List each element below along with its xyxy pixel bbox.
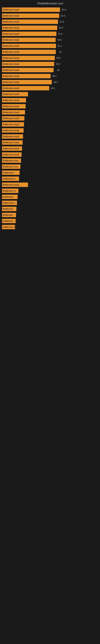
- bar-label: Bottleneck result: [2, 69, 19, 71]
- bar-row: Bottleneck result48.1: [2, 85, 98, 91]
- bar-row: Bottleneck result51.2: [2, 31, 98, 37]
- bar-row: Bottleneck result: [2, 116, 98, 121]
- bar-value: 48.1: [51, 87, 55, 89]
- bar-value: 51.8: [60, 20, 64, 23]
- bar-row: Bottleneck result: [2, 98, 98, 103]
- bar-label: Bottleneck result: [2, 8, 19, 11]
- bar-label: Bottleneck result: [2, 20, 19, 23]
- bar-row: Bottleneck result: [2, 152, 98, 158]
- bar-value: 50.9: [57, 39, 62, 41]
- bar-label: Bottleneck: [2, 220, 13, 222]
- bar-label: Bottleneck result: [2, 117, 19, 120]
- bar-row: Bottleneck re: [2, 188, 98, 194]
- bar-row: Bottleneck resu: [2, 164, 98, 170]
- bar-row: Bottleneck result52.6: [2, 7, 98, 12]
- bar-label: Bottleneck result: [2, 32, 19, 35]
- bar-label: Bottleneck re: [2, 178, 16, 180]
- bar-value: 52.6: [62, 8, 66, 11]
- bar-value: 51: [59, 51, 62, 53]
- bar-row: Bottleneck result52.3: [2, 13, 98, 18]
- bar-row: Bottleneck result: [2, 146, 98, 151]
- bar-label: Bottleneck: [2, 214, 13, 216]
- header: TheBottlenecker.com: [0, 0, 100, 6]
- bar-label: Bottleneck r: [2, 172, 14, 174]
- bar-label: Bottleneck result: [2, 51, 19, 53]
- bar-label: Bottleneck result: [2, 184, 19, 186]
- bar-value: 51.5: [59, 26, 63, 29]
- bar-row: Bottleneck result50.5: [2, 55, 98, 61]
- bar-row: Bottleneck result51.1: [2, 43, 98, 49]
- bar-row: Bottleneck r: [2, 170, 98, 176]
- bar-row: Bottleneck result: [2, 182, 98, 188]
- bar-label: Bottleneck result: [2, 63, 19, 65]
- bar-row: Bottleneck d: [2, 200, 98, 206]
- site-title: TheBottlenecker.com: [37, 2, 63, 5]
- bar-label: Bottleneck result: [2, 153, 19, 156]
- bar-label: Bottleneck result: [2, 141, 19, 144]
- bar-label: Bottleneck result: [2, 105, 19, 108]
- bar-label: Bottleneck d: [2, 202, 15, 204]
- bar-label: Bottleneck resu: [2, 166, 18, 168]
- bar-value: 50: [57, 69, 60, 71]
- chart-container: Bottleneck result52.6Bottleneck result52…: [0, 6, 100, 231]
- bar-label: Bottleneck result: [2, 39, 19, 41]
- bar-row: Bottleneck result49.2: [2, 79, 98, 85]
- bar-row: Bottleneck result: [2, 134, 98, 139]
- bar-label: Bottleneck result: [2, 123, 19, 126]
- bar-value: 50.5: [57, 57, 61, 59]
- bar-row: Bottleneck result: [2, 110, 98, 115]
- bar-label: Bottleneck resul: [2, 160, 18, 162]
- bar-row: Bottleneck result51: [2, 49, 98, 55]
- bar-label: Bottleneck result: [2, 147, 19, 150]
- bar-row: Bottleneck result: [2, 122, 98, 127]
- bar-label: Bottleneck result: [2, 135, 19, 138]
- bar-label: Bottleneck result: [2, 129, 19, 132]
- bar-row: Bottleneck: [2, 206, 98, 212]
- bar-row: Bottleneck result: [2, 128, 98, 133]
- bar-value: 51.1: [58, 45, 62, 47]
- bar-row: Bottleneck n: [2, 224, 98, 230]
- bar-label: Bottleneck result: [2, 57, 19, 59]
- bar-value: 49.2: [53, 81, 58, 83]
- bar-label: Bottleneck result: [2, 99, 19, 102]
- bar-value: 48.7: [52, 75, 57, 77]
- bar-label: Bottleneck result: [2, 81, 19, 83]
- bar-row: Bottleneck result: [2, 104, 98, 109]
- bar-label: Bottleneck result: [2, 45, 19, 47]
- bar-value: 51.2: [58, 32, 62, 35]
- bar-label: Bottleneck result: [2, 93, 19, 96]
- bar-row: Bottleneck result50.2: [2, 61, 98, 67]
- bar-label: Bottleneck: [2, 196, 13, 198]
- bar-label: Bottleneck result: [2, 14, 19, 17]
- bar-row: Bottleneck resul: [2, 158, 98, 164]
- bar-row: Bottleneck: [2, 194, 98, 200]
- bar-label: Bottleneck: [2, 208, 13, 210]
- bar-label: Bottleneck result: [2, 111, 19, 114]
- bar-row: Bottleneck: [2, 218, 98, 224]
- bar-row: Bottleneck result50.9: [2, 37, 98, 43]
- bar-row: Bottleneck result: [2, 91, 98, 97]
- bar-row: Bottleneck result51.5: [2, 25, 98, 30]
- bar-label: Bottleneck result: [2, 75, 19, 77]
- bar-label: Bottleneck result: [2, 87, 19, 89]
- bar-row: Bottleneck: [2, 212, 98, 218]
- bar-row: Bottleneck result: [2, 140, 98, 145]
- bar-label: Bottleneck re: [2, 190, 16, 192]
- bar-value: 50.2: [56, 63, 60, 65]
- bar-row: Bottleneck result48.7: [2, 73, 98, 79]
- bar-value: 52.3: [61, 14, 65, 17]
- bar-label: Bottleneck result: [2, 26, 19, 29]
- bar-label: Bottleneck n: [2, 226, 15, 228]
- bar-row: Bottleneck result51.8: [2, 19, 98, 24]
- bar-row: Bottleneck result50: [2, 67, 98, 73]
- bar-row: Bottleneck re: [2, 176, 98, 182]
